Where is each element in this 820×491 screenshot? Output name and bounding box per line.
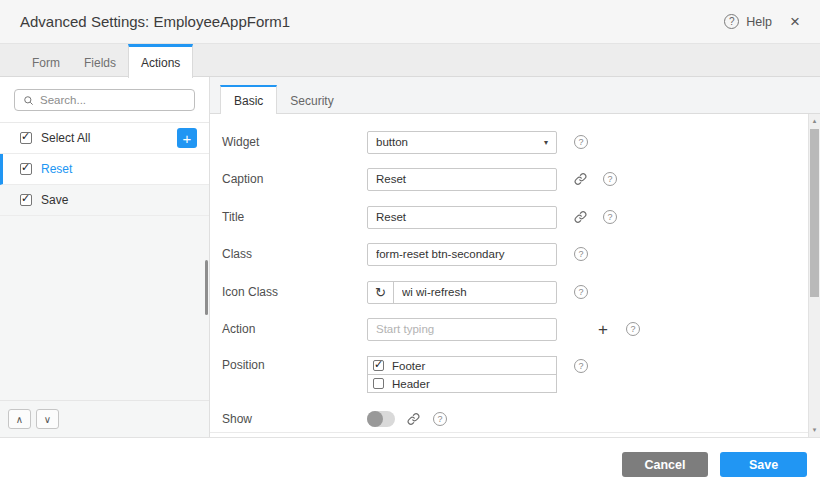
- icon-preview-button[interactable]: ↻: [368, 282, 394, 303]
- show-label: Show: [222, 412, 367, 426]
- widget-select[interactable]: button ▾: [367, 131, 557, 154]
- actions-sidebar: Select All + Reset Save ∧ ∨: [0, 77, 210, 437]
- sidebar-scrollbar-thumb[interactable]: [205, 260, 208, 315]
- save-button[interactable]: Save: [720, 452, 807, 477]
- caption-bind-icon[interactable]: [574, 173, 587, 186]
- show-bind-icon[interactable]: [407, 413, 420, 426]
- chevron-down-icon: ∨: [44, 414, 51, 425]
- tab-actions[interactable]: Actions: [128, 44, 193, 78]
- class-input[interactable]: [367, 243, 557, 266]
- header-option-label: Header: [392, 378, 430, 390]
- show-row: Show ?: [222, 407, 782, 431]
- titlebar-actions: ? Help ×: [724, 13, 800, 30]
- dialog-titlebar: Advanced Settings: EmployeeAppForm1 ? He…: [0, 0, 820, 44]
- caption-help-icon[interactable]: ?: [603, 172, 617, 186]
- reset-checkbox[interactable]: [20, 163, 32, 175]
- dialog-footer: Cancel Save: [0, 437, 820, 491]
- link-icon: [574, 173, 587, 186]
- class-row: Class ?: [222, 242, 782, 266]
- action-input[interactable]: [367, 318, 557, 341]
- class-help-icon[interactable]: ?: [574, 247, 588, 261]
- dialog-body: Select All + Reset Save ∧ ∨: [0, 77, 820, 437]
- help-icon[interactable]: ?: [724, 14, 739, 29]
- search-input[interactable]: [40, 94, 186, 106]
- search-icon: [23, 95, 34, 106]
- select-all-checkbox[interactable]: [20, 132, 32, 144]
- icon-class-label: Icon Class: [222, 285, 367, 299]
- position-help-icon[interactable]: ?: [574, 359, 588, 373]
- widget-value: button: [376, 136, 408, 148]
- position-option-header[interactable]: Header: [367, 374, 557, 393]
- select-all-label: Select All: [41, 131, 90, 145]
- widget-row: Widget button ▾ ?: [222, 130, 782, 154]
- search-area: [0, 77, 209, 123]
- position-label: Position: [222, 356, 367, 375]
- link-icon: [574, 211, 587, 224]
- widget-help-icon[interactable]: ?: [574, 135, 588, 149]
- tab-basic[interactable]: Basic: [220, 85, 277, 114]
- settings-tab-bar: Basic Security: [210, 85, 820, 114]
- action-row: Action + ?: [222, 317, 782, 341]
- title-input[interactable]: [367, 206, 557, 229]
- icon-class-field: ↻: [367, 281, 557, 304]
- tab-security[interactable]: Security: [277, 85, 346, 114]
- sidebar-reorder-bar: ∧ ∨: [0, 400, 209, 437]
- move-up-button[interactable]: ∧: [8, 409, 31, 429]
- refresh-icon: ↻: [375, 285, 386, 300]
- show-toggle[interactable]: [367, 411, 395, 427]
- sidebar-item-reset[interactable]: Reset: [0, 154, 209, 185]
- position-row: Position Footer Header ?: [222, 356, 782, 393]
- toggle-knob: [367, 411, 383, 427]
- add-event-icon[interactable]: +: [598, 321, 608, 338]
- position-options: Footer Header: [367, 356, 557, 393]
- title-bind-icon[interactable]: [574, 211, 587, 224]
- scrollbar-thumb[interactable]: [810, 129, 819, 297]
- reset-label: Reset: [41, 162, 72, 176]
- move-down-button[interactable]: ∨: [36, 409, 59, 429]
- icon-class-help-icon[interactable]: ?: [574, 285, 588, 299]
- scroll-down-icon[interactable]: ▾: [809, 424, 820, 436]
- tab-form[interactable]: Form: [20, 44, 72, 78]
- widget-label: Widget: [222, 135, 367, 149]
- footer-checkbox[interactable]: [373, 360, 384, 371]
- panel-bottom-divider: [210, 432, 808, 433]
- tab-fields[interactable]: Fields: [72, 44, 128, 78]
- select-all-row[interactable]: Select All +: [0, 123, 209, 154]
- title-row: Title ?: [222, 205, 782, 229]
- action-help-icon[interactable]: ?: [626, 322, 640, 336]
- show-help-icon[interactable]: ?: [433, 412, 447, 426]
- position-option-footer[interactable]: Footer: [367, 356, 557, 375]
- chevron-up-icon: ∧: [16, 414, 23, 425]
- close-icon[interactable]: ×: [790, 13, 800, 30]
- class-label: Class: [222, 247, 367, 261]
- caption-input[interactable]: [367, 168, 557, 191]
- advanced-settings-dialog: Advanced Settings: EmployeeAppForm1 ? He…: [0, 0, 820, 491]
- title-label: Title: [222, 210, 367, 224]
- caption-row: Caption ?: [222, 167, 782, 191]
- caption-label: Caption: [222, 172, 367, 186]
- action-settings-content: Basic Security Widget button ▾ ? Caption: [210, 77, 820, 437]
- add-action-button[interactable]: +: [177, 128, 197, 148]
- action-label: Action: [222, 322, 367, 336]
- footer-option-label: Footer: [392, 360, 425, 372]
- basic-settings-panel: Widget button ▾ ? Caption: [210, 114, 820, 437]
- main-tab-bar: Form Fields Actions: [0, 44, 820, 77]
- icon-class-input[interactable]: [394, 286, 556, 298]
- chevron-down-icon: ▾: [544, 138, 548, 147]
- cancel-button[interactable]: Cancel: [622, 452, 708, 477]
- sidebar-item-save[interactable]: Save: [0, 185, 209, 216]
- save-checkbox[interactable]: [20, 194, 32, 206]
- title-help-icon[interactable]: ?: [603, 210, 617, 224]
- help-link[interactable]: Help: [746, 15, 772, 29]
- link-icon: [407, 413, 420, 426]
- content-scrollbar[interactable]: ▴ ▾: [808, 114, 820, 437]
- save-label: Save: [41, 193, 68, 207]
- header-checkbox[interactable]: [373, 378, 384, 389]
- search-box[interactable]: [14, 89, 195, 111]
- scroll-up-icon[interactable]: ▴: [809, 115, 820, 127]
- icon-class-row: Icon Class ↻ ?: [222, 280, 782, 304]
- dialog-title: Advanced Settings: EmployeeAppForm1: [20, 13, 290, 30]
